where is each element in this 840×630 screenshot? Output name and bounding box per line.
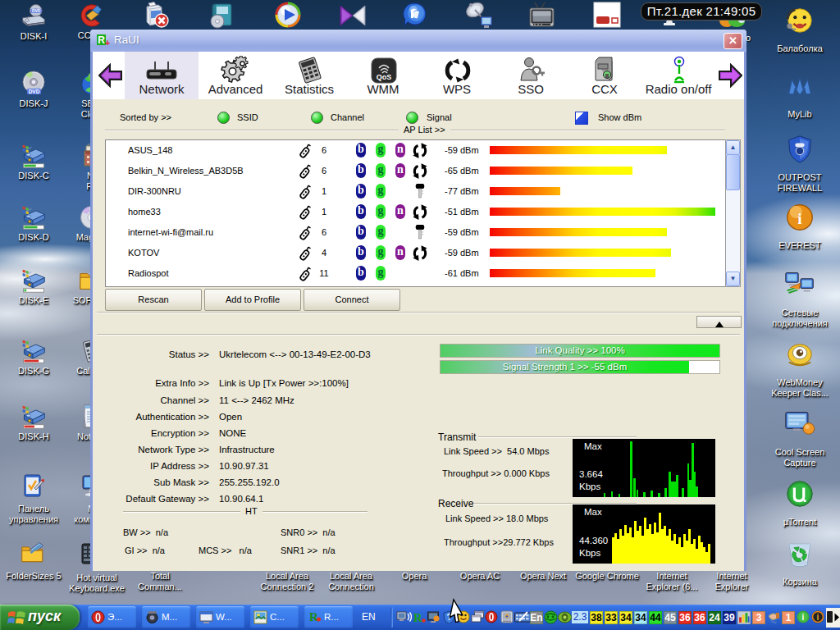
svg-text:R: R <box>413 611 422 624</box>
svg-text:DVD: DVD <box>29 89 40 94</box>
svg-text:i: i <box>817 613 819 622</box>
svg-text:+: + <box>105 38 110 46</box>
svg-text:DVD: DVD <box>32 9 41 13</box>
svg-text:i: i <box>802 613 805 622</box>
svg-text:R: R <box>309 610 318 623</box>
svg-text:QoS: QoS <box>377 73 392 81</box>
svg-text:i: i <box>797 210 801 227</box>
